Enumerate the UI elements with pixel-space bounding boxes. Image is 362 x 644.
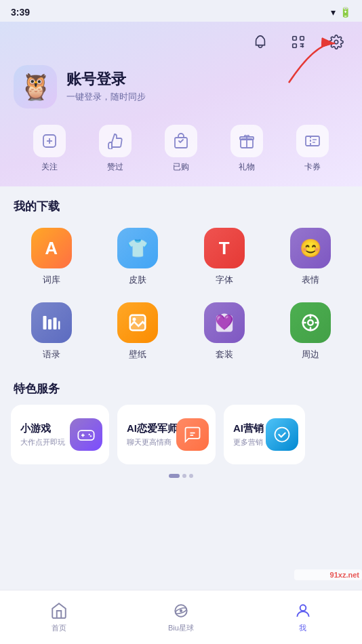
status-icons: ▾ 🔋	[331, 7, 351, 18]
quick-action-coupon[interactable]: 卡券	[296, 125, 329, 173]
download-item-taozhuang[interactable]: 💜 套装	[184, 297, 265, 366]
follow-label: 关注	[41, 161, 58, 173]
biu-nav-label: Biu星球	[168, 623, 194, 633]
taozhuang-label: 套装	[216, 348, 233, 361]
scan-icon-button[interactable]	[286, 30, 310, 54]
svg-point-39	[300, 605, 306, 611]
profile-text: 账号登录 一键登录，随时同步	[66, 71, 146, 103]
scroll-dot-1	[169, 474, 180, 478]
battery-icon: 🔋	[340, 7, 351, 18]
quick-action-follow[interactable]: 关注	[33, 125, 66, 173]
svg-rect-15	[306, 136, 319, 146]
gift-label: 礼物	[239, 161, 255, 173]
game-card-icon	[70, 418, 102, 451]
ai-marketing-card-icon	[266, 418, 298, 451]
biaoqing-label: 表情	[302, 274, 319, 286]
taozhuang-icon: 💜	[204, 302, 245, 343]
login-subtitle: 一键登录，随时同步	[66, 91, 146, 103]
status-time: 3:39	[11, 7, 30, 18]
download-item-yulu[interactable]: 语录	[11, 297, 92, 366]
bell-icon-button[interactable]	[248, 30, 273, 54]
bottom-nav: 首页 Biu星球 我	[0, 590, 362, 644]
biaoqing-icon: 😊	[290, 228, 331, 268]
svg-point-27	[308, 320, 314, 325]
quick-action-gift[interactable]: 礼物	[230, 125, 263, 173]
quick-actions: 关注 赞过 已购	[14, 125, 348, 173]
bizhi-label: 壁纸	[129, 348, 146, 361]
download-item-biaoqing[interactable]: 😊 表情	[270, 222, 352, 291]
header-area: 🦉 账号登录 一键登录，随时同步 关注	[0, 22, 362, 186]
svg-rect-20	[48, 319, 52, 329]
ziti-label: 字体	[216, 274, 233, 286]
zhoubian-label: 周边	[302, 348, 319, 361]
scroll-dot-3	[189, 474, 193, 478]
wifi-icon: ▾	[331, 7, 336, 18]
ai-love-card-icon	[176, 418, 209, 451]
services-section-title: 特色服务	[11, 369, 351, 405]
biu-icon	[172, 601, 190, 620]
liked-icon	[99, 125, 132, 157]
purchased-label: 已购	[173, 161, 189, 173]
coupon-icon	[296, 125, 329, 157]
ciku-icon: A	[31, 228, 72, 268]
ciku-label: 词库	[43, 274, 60, 286]
downloads-grid: A 词库 👕 皮肤 T 字体 😊 表情	[11, 222, 351, 366]
scroll-dot-2	[182, 474, 186, 478]
coupon-label: 卡券	[304, 161, 321, 173]
home-nav-label: 首页	[52, 623, 66, 633]
bizhi-icon	[117, 302, 158, 343]
avatar-emoji: 🦉	[20, 72, 52, 102]
service-card-ai-love[interactable]: AI恋爱军师 聊天更高情商	[117, 405, 216, 464]
svg-rect-22	[58, 321, 60, 330]
home-icon	[49, 601, 68, 620]
liked-label: 赞过	[107, 161, 123, 173]
quick-action-purchased[interactable]: 已购	[165, 125, 197, 173]
download-item-ciku[interactable]: A 词库	[11, 222, 92, 291]
svg-point-32	[90, 435, 92, 437]
svg-rect-2	[293, 44, 297, 48]
svg-rect-11	[175, 138, 187, 148]
service-card-game[interactable]: 小游戏 大作点开即玩	[11, 405, 109, 464]
service-card-ai-marketing[interactable]: AI营销 更多营销	[224, 405, 305, 464]
download-item-pifu[interactable]: 👕 皮肤	[98, 222, 179, 291]
pifu-label: 皮肤	[129, 274, 146, 286]
top-actions	[14, 30, 348, 54]
me-nav-label: 我	[299, 623, 306, 633]
follow-icon	[33, 125, 66, 157]
svg-point-6	[334, 40, 338, 44]
avatar: 🦉	[14, 65, 57, 108]
nav-item-me[interactable]: 我	[280, 596, 326, 639]
login-title: 账号登录	[66, 71, 146, 88]
download-item-zhoubian[interactable]: 周边	[270, 297, 352, 366]
scroll-dots	[11, 474, 351, 478]
ziti-icon: T	[204, 228, 245, 268]
svg-point-31	[89, 434, 90, 435]
me-icon	[294, 601, 313, 620]
services-row: 小游戏 大作点开即玩 AI恋爱军师 聊天更高情商	[11, 405, 351, 468]
watermark-text: 91xz.net	[294, 569, 362, 580]
svg-rect-21	[53, 318, 56, 330]
status-bar: 3:39 ▾ 🔋	[0, 0, 362, 22]
gift-icon	[230, 125, 263, 157]
downloads-section-title: 我的下载	[11, 186, 351, 222]
yulu-label: 语录	[43, 348, 60, 361]
svg-point-35	[275, 428, 289, 442]
download-item-bizhi[interactable]: 壁纸	[98, 297, 179, 366]
download-item-ziti[interactable]: T 字体	[184, 222, 265, 291]
yulu-icon	[31, 302, 72, 343]
purchased-icon	[165, 125, 197, 157]
nav-item-home[interactable]: 首页	[36, 596, 82, 639]
svg-rect-0	[293, 37, 297, 41]
nav-item-biu[interactable]: Biu星球	[155, 596, 207, 639]
settings-icon-button[interactable]	[324, 30, 348, 54]
svg-rect-1	[300, 37, 304, 41]
services-section: 特色服务 小游戏 大作点开即玩 AI恋爱军师	[11, 369, 351, 478]
zhoubian-icon	[290, 302, 331, 343]
quick-action-liked[interactable]: 赞过	[99, 125, 132, 173]
pifu-icon: 👕	[117, 228, 158, 268]
svg-rect-19	[43, 316, 46, 329]
profile-row[interactable]: 🦉 账号登录 一键登录，随时同步	[14, 65, 348, 108]
svg-point-25	[133, 318, 136, 321]
svg-rect-28	[78, 430, 94, 440]
main-content: 我的下载 A 词库 👕 皮肤 T 字体 😊 表情	[0, 186, 362, 546]
